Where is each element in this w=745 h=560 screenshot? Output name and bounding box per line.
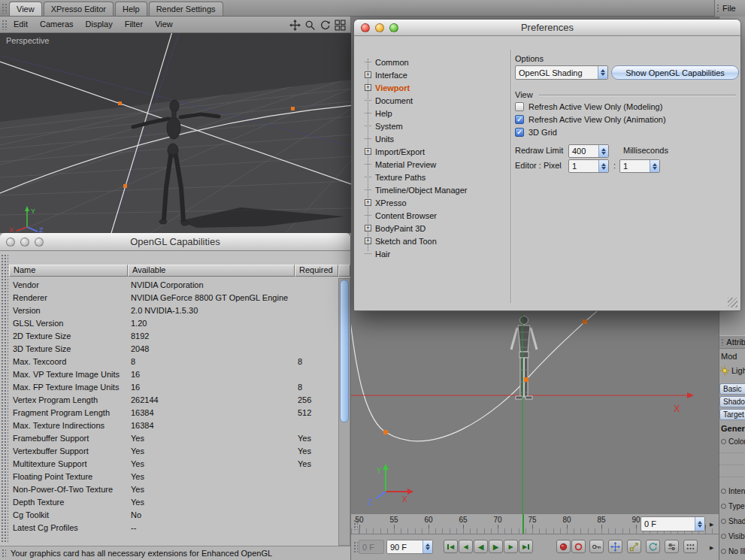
scrollbar-thumb[interactable] <box>340 280 349 422</box>
menu-view[interactable]: View <box>149 17 179 32</box>
keyframe-dot-icon[interactable] <box>721 549 726 554</box>
checkbox[interactable] <box>515 128 524 137</box>
table-row[interactable]: Framebuffer SupportYesYes <box>9 431 338 444</box>
table-row[interactable]: Max. FP Texture Image Units168 <box>9 380 338 393</box>
keyframe-dot-icon[interactable] <box>721 534 726 539</box>
mode-menu[interactable]: Mod <box>721 352 737 361</box>
expand-icon[interactable]: + <box>365 225 371 232</box>
tree-item-material-preview[interactable]: Material Preview <box>359 158 509 171</box>
tree-item-interface[interactable]: +Interface <box>359 68 509 81</box>
tree-item-viewport[interactable]: +Viewport <box>359 81 509 94</box>
keyframe-dot-icon[interactable] <box>721 489 726 494</box>
checkbox-row-refresh-modeling[interactable]: Refresh Active View Only (Modeling) <box>515 102 662 111</box>
tree-item-xpresso[interactable]: +XPresso <box>359 196 509 209</box>
property-intensity[interactable]: Intensit <box>721 487 745 495</box>
tab-basic[interactable]: Basic <box>719 383 745 395</box>
table-row[interactable]: Version2.0 NVIDIA-1.5.30 <box>9 304 338 316</box>
column-header-available[interactable]: Available <box>128 265 295 277</box>
dropdown-arrows-icon[interactable] <box>598 66 607 79</box>
property-shadow[interactable]: Shadow <box>721 517 745 525</box>
drag-grip[interactable] <box>2 549 6 558</box>
go-to-end-button[interactable]: ▶ <box>519 540 533 553</box>
tab-shadow[interactable]: Shadow <box>719 396 745 407</box>
keyframe-selection-button[interactable] <box>589 540 604 553</box>
timeline-playhead[interactable] <box>522 514 524 534</box>
tree-item-texture-paths[interactable]: Texture Paths <box>359 171 509 183</box>
resize-grip[interactable] <box>728 298 737 307</box>
property-no-illumination[interactable]: No Illu <box>721 547 745 555</box>
tree-item-system[interactable]: System <box>359 120 509 132</box>
tab-render-settings[interactable]: Render Settings <box>149 2 223 16</box>
drag-grip[interactable] <box>716 4 720 13</box>
record-parameter-button[interactable] <box>665 540 679 553</box>
drag-grip[interactable] <box>1 254 8 543</box>
table-row[interactable]: Floating Point TextureYes <box>9 470 338 483</box>
drag-grip[interactable] <box>2 20 8 30</box>
menu-filter[interactable]: Filter <box>119 17 149 32</box>
drag-grip[interactable] <box>353 541 358 553</box>
tree-item-common[interactable]: Common <box>359 56 509 68</box>
frame-stepper[interactable] <box>695 517 704 531</box>
timeline-ruler[interactable]: 50 55 60 65 70 75 80 85 90 0 F ▶ <box>351 513 719 534</box>
shading-dropdown[interactable]: OpenGL Shading <box>515 65 608 80</box>
keyframe-dot-icon[interactable] <box>721 519 726 524</box>
viewport-name-label[interactable]: Perspective <box>6 36 49 45</box>
record-keyframe-button[interactable] <box>556 540 571 553</box>
column-header-name[interactable]: Name <box>9 265 128 277</box>
expand-icon[interactable]: + <box>365 148 371 155</box>
record-scale-button[interactable] <box>627 540 641 553</box>
menu-cameras[interactable]: Cameras <box>34 17 80 32</box>
keyframe-dot-icon[interactable] <box>721 439 726 444</box>
next-frame-button[interactable]: ▶ <box>504 540 518 553</box>
tree-item-content-browser[interactable]: Content Browser <box>359 209 509 222</box>
table-row[interactable]: Fragment Program Length16384512 <box>9 406 338 419</box>
menu-edit[interactable]: Edit <box>8 17 34 32</box>
checkbox[interactable] <box>515 115 524 124</box>
drag-grip[interactable] <box>721 338 724 346</box>
table-row[interactable]: VendorNVIDIA Corporation <box>9 278 338 291</box>
window-titlebar[interactable]: OpenGL Capabilities <box>0 233 350 251</box>
overflow-arrow-icon[interactable]: ▶ <box>710 545 713 551</box>
autokeying-button[interactable] <box>571 540 586 553</box>
property-visible[interactable]: Visible <box>721 532 745 540</box>
section-general[interactable]: General <box>721 424 745 433</box>
play-forward-button[interactable]: ▶ <box>489 540 503 553</box>
table-row[interactable]: Non-Power-Of-Two TextureYes <box>9 483 338 495</box>
record-pla-button[interactable] <box>683 540 698 553</box>
checkbox-row-3d-grid[interactable]: 3D Grid <box>515 128 557 137</box>
start-frame-field[interactable]: 0 F <box>359 540 384 554</box>
tab-help[interactable]: Help <box>115 2 147 16</box>
table-row[interactable]: RendererNVIDIA GeForce 8800 GT OpenGL En… <box>9 291 338 304</box>
table-row[interactable]: Vertex Program Length262144256 <box>9 393 338 406</box>
property-type[interactable]: Type .. <box>721 502 745 510</box>
table-row[interactable]: Depth TextureYes <box>9 495 338 508</box>
checkbox[interactable] <box>515 102 524 111</box>
menu-display[interactable]: Display <box>80 17 119 32</box>
tab-xpresso-editor[interactable]: XPresso Editor <box>44 2 114 16</box>
tree-item-hair[interactable]: Hair <box>359 247 509 260</box>
go-to-start-button[interactable]: ◀ <box>444 540 458 553</box>
editor-pixel-field-2[interactable]: 1 <box>619 159 660 173</box>
overflow-arrow-icon[interactable]: ▶ <box>710 522 713 528</box>
tree-item-import-export[interactable]: +Import/Export <box>359 145 509 158</box>
table-row[interactable]: Multitexture SupportYesYes <box>9 457 338 470</box>
keyframe-dot-icon[interactable] <box>721 504 726 509</box>
tab-view[interactable]: View <box>9 2 42 16</box>
end-frame-field[interactable]: 90 F <box>386 540 433 554</box>
table-row[interactable]: Max. VP Texture Image Units16 <box>9 368 338 380</box>
play-backward-button[interactable]: ◀ <box>474 540 488 553</box>
table-row[interactable]: 2D Texture Size8192 <box>9 329 338 342</box>
rotate-camera-icon[interactable] <box>319 19 331 31</box>
record-rotation-button[interactable] <box>646 540 660 553</box>
tree-item-bodypaint-3d[interactable]: +BodyPaint 3D <box>359 222 509 235</box>
drag-grip[interactable] <box>2 3 8 14</box>
table-scrollbar[interactable] <box>338 278 350 546</box>
tree-item-timeline-object-manager[interactable]: Timeline/Object Manager <box>359 183 509 196</box>
tab-target[interactable]: Target <box>719 409 745 420</box>
current-frame-field[interactable]: 0 F <box>641 516 705 531</box>
table-row[interactable]: Max. Texture Indirections16384 <box>9 419 338 431</box>
tree-item-sketch-and-toon[interactable]: +Sketch and Toon <box>359 235 509 247</box>
expand-icon[interactable]: + <box>365 199 371 206</box>
table-row[interactable]: Vertexbuffer SupportYesYes <box>9 444 338 457</box>
table-row[interactable]: Latest Cg Profiles-- <box>9 521 338 534</box>
